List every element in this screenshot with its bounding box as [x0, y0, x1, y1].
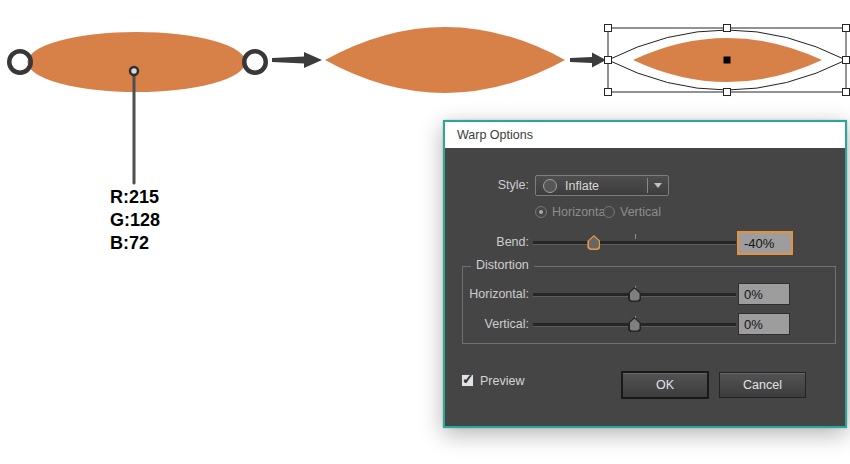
bend-slider-track[interactable]	[533, 241, 736, 244]
dialog-title: Warp Options	[457, 128, 533, 142]
dialog-content: Style: Inflate Horizontal Vertical Bend:…	[445, 148, 845, 426]
orange-lens	[325, 27, 565, 93]
step2-warped-shape[interactable]	[325, 26, 565, 94]
ok-button[interactable]: OK	[621, 371, 709, 399]
dropdown-separator	[647, 178, 648, 193]
color-g-value: G:128	[110, 209, 160, 232]
distortion-horizontal-label: Horizontal:	[445, 286, 529, 302]
color-r-value: R:215	[110, 186, 160, 209]
radio-vertical-label: Vertical	[620, 205, 661, 219]
radio-horizontal[interactable]	[535, 206, 547, 218]
bend-value-field[interactable]	[737, 231, 793, 255]
orange-ellipse	[28, 32, 246, 92]
distortion-group-legend: Distortion	[471, 258, 534, 272]
cancel-button[interactable]: Cancel	[719, 372, 806, 398]
dialog-titlebar[interactable]: Warp Options	[445, 122, 845, 148]
bend-slider[interactable]	[533, 233, 736, 251]
color-pin-head	[130, 67, 138, 75]
style-label: Style:	[445, 177, 529, 193]
warp-options-dialog: Warp Options Style: Inflate Horizontal V…	[443, 120, 847, 428]
step3-selected-shape[interactable]	[604, 24, 850, 96]
distortion-vertical-value-field[interactable]	[738, 313, 790, 335]
style-dropdown[interactable]: Inflate	[535, 175, 669, 196]
radio-vertical[interactable]	[603, 206, 615, 218]
distortion-horizontal-slider[interactable]	[533, 285, 736, 303]
chevron-down-icon	[654, 183, 662, 188]
style-dropdown-value: Inflate	[565, 179, 647, 193]
color-callout: R:215 G:128 B:72	[110, 186, 160, 255]
right-anchor-ring	[244, 51, 266, 73]
bend-slider-center-tick	[635, 234, 637, 239]
bend-slider-thumb[interactable]	[587, 235, 600, 250]
distortion-horizontal-thumb[interactable]	[628, 287, 641, 302]
step1-ellipse-shape[interactable]	[0, 20, 280, 190]
distortion-vertical-label: Vertical:	[445, 316, 529, 332]
inflate-style-icon	[543, 179, 557, 193]
center-point	[724, 57, 731, 64]
bend-label: Bend:	[445, 234, 529, 250]
arrow-right-icon	[272, 50, 324, 70]
radio-horizontal-label: Horizontal	[552, 205, 608, 219]
color-b-value: B:72	[110, 232, 160, 255]
preview-checkbox[interactable]	[461, 374, 474, 387]
arrow-right-icon	[570, 50, 608, 70]
preview-label: Preview	[480, 374, 524, 388]
distortion-vertical-slider[interactable]	[533, 315, 736, 333]
distortion-vertical-thumb[interactable]	[628, 317, 641, 332]
distortion-horizontal-value-field[interactable]	[738, 283, 790, 305]
